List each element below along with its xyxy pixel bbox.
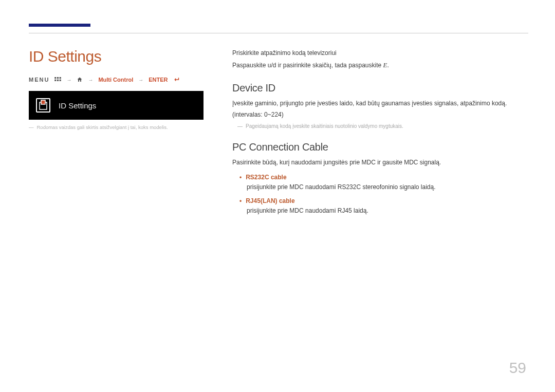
svg-rect-2 bbox=[60, 77, 61, 79]
breadcrumb: MENU → → Multi Control → ENTER bbox=[29, 77, 203, 83]
subnote-text: Pageidaujamą kodą įveskite skaitiniais n… bbox=[246, 122, 403, 130]
option-rj45: • RJ45(LAN) cable bbox=[232, 197, 526, 204]
dash-icon: ― bbox=[237, 122, 243, 130]
disclaimer-text: Rodomas vaizdas gali skirtis atsižvelgia… bbox=[37, 124, 168, 130]
screenshot-thumb: ID Settings bbox=[29, 91, 203, 120]
bullet-icon: • bbox=[239, 174, 242, 181]
bullet-icon: • bbox=[239, 197, 242, 204]
thumb-label: ID Settings bbox=[59, 101, 96, 110]
home-icon bbox=[77, 77, 83, 83]
top-rule bbox=[29, 33, 528, 33]
option-label: RJ45(LAN) cable bbox=[246, 197, 294, 204]
right-column: Priskirkite atpažinimo kodą televizoriui… bbox=[232, 48, 526, 216]
breadcrumb-enter: ENTER bbox=[149, 77, 168, 83]
enter-icon bbox=[173, 77, 179, 82]
svg-rect-3 bbox=[55, 79, 57, 81]
option-rj45-desc: prisijunkite prie MDC naudodami RJ45 lai… bbox=[232, 206, 526, 216]
svg-rect-7 bbox=[41, 100, 45, 104]
svg-rect-1 bbox=[57, 77, 59, 79]
device-id-subnote: ― Pageidaujamą kodą įveskite skaitiniais… bbox=[232, 122, 526, 130]
page-number: 59 bbox=[509, 359, 526, 377]
dash-icon: ― bbox=[29, 124, 34, 130]
up-down-key: u/d bbox=[268, 62, 276, 69]
chevron-right-icon: → bbox=[88, 77, 93, 83]
svg-rect-0 bbox=[55, 77, 57, 79]
chevron-right-icon: → bbox=[66, 77, 71, 83]
menu-grid-icon bbox=[54, 77, 61, 83]
page: ID Settings MENU → → Multi Control → ENT… bbox=[0, 0, 555, 392]
breadcrumb-current: Multi Control bbox=[98, 77, 133, 83]
option-label: RS232C cable bbox=[246, 174, 286, 181]
svg-rect-5 bbox=[60, 79, 61, 81]
page-title: ID Settings bbox=[29, 48, 203, 65]
chevron-right-icon: → bbox=[138, 77, 143, 83]
model-disclaimer: ― Rodomas vaizdas gali skirtis atsižvelg… bbox=[29, 124, 203, 130]
id-settings-icon bbox=[36, 98, 50, 113]
option-rs232c: • RS232C cable bbox=[232, 174, 526, 181]
svg-rect-4 bbox=[57, 79, 59, 81]
left-column: ID Settings MENU → → Multi Control → ENT… bbox=[29, 48, 203, 216]
content-columns: ID Settings MENU → → Multi Control → ENT… bbox=[29, 48, 526, 216]
device-id-body: Įveskite gaminio, prijungto prie įvestie… bbox=[232, 98, 526, 120]
section-heading-device-id: Device ID bbox=[232, 82, 526, 94]
enter-key: E bbox=[383, 61, 387, 69]
intro-line-1: Priskirkite atpažinimo kodą televizoriui bbox=[232, 48, 526, 59]
option-rs232c-desc: prisijunkite prie MDC naudodami RS232C s… bbox=[232, 182, 526, 192]
breadcrumb-menu: MENU bbox=[29, 77, 49, 83]
pc-cable-body: Pasirinkite būdą, kurį naudodami jungsit… bbox=[232, 157, 526, 169]
accent-bar bbox=[29, 24, 90, 27]
intro-line-2: Paspauskite u/d ir pasirinkite skaičių, … bbox=[232, 59, 526, 71]
section-heading-pc-cable: PC Connection Cable bbox=[232, 141, 526, 153]
